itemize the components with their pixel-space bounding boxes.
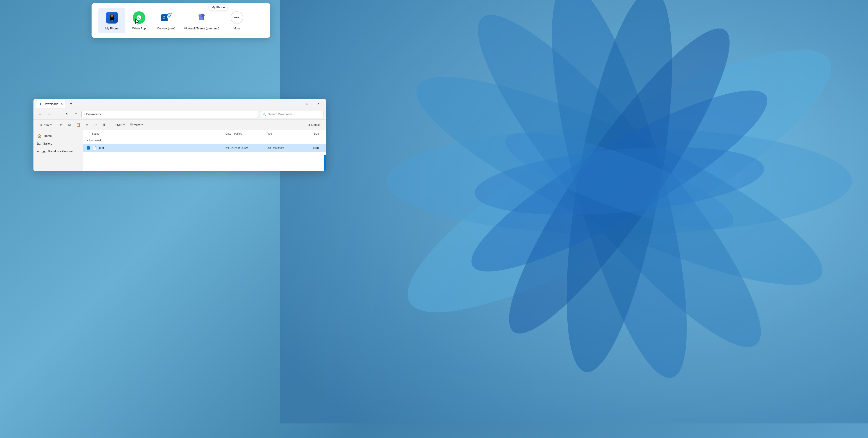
refresh-button[interactable]: ↻ [63, 111, 70, 118]
sidebar-gallery-label: Gallery [43, 142, 52, 145]
group-label-last-week: Last week [89, 139, 101, 142]
sort-label: Sort [117, 123, 123, 126]
outlook-icon: O NEW [160, 11, 173, 24]
file-icon-test: 📄 [92, 146, 97, 150]
brandon-expand-icon: ▶ [37, 150, 39, 152]
back-button[interactable]: ← [36, 111, 43, 118]
details-label: Details [311, 123, 320, 126]
myphone-icon-area: 📱 [105, 10, 119, 25]
share-button[interactable]: ↗ [92, 121, 99, 128]
desktop-swirl [280, 0, 868, 430]
header-checkbox-col [87, 132, 92, 135]
whatsapp-label: WhatsApp [132, 27, 146, 31]
sort-icon: ↕ [114, 123, 116, 127]
toolbar: ⊕ New ▾ ✂ ⧉ 📋 ✏ ↗ 🗑 ↕ Sort ▾ ☰ [33, 120, 326, 130]
details-button[interactable]: ⊟ Details [305, 121, 322, 128]
new-chevron-icon: ▾ [51, 123, 52, 126]
file-name-test: Test [98, 146, 225, 150]
search-bar[interactable]: 🔍 Search Downloads [260, 111, 323, 118]
gallery-icon: 🖼 [37, 141, 41, 145]
header-checkbox[interactable] [87, 132, 90, 135]
new-label: New [43, 123, 49, 126]
paste-button[interactable]: 📋 [74, 121, 83, 128]
share-icon: ↗ [94, 123, 97, 127]
delete-icon: 🗑 [102, 123, 106, 127]
view-chevron-icon: ▾ [142, 123, 143, 126]
sort-button[interactable]: ↕ Sort ▾ [112, 121, 127, 128]
file-row-test[interactable]: ✓ 📄 Test 2/11/2025 9:15 AM Text Document… [83, 144, 326, 152]
more-ellipsis-icon: ••• [230, 11, 243, 24]
teams-icon [195, 11, 208, 24]
window-controls: — □ ✕ [291, 100, 323, 107]
home-icon: 🏠 [37, 134, 41, 138]
file-explorer-window: ⬇ Downloads ✕ + — □ ✕ ← → [33, 99, 326, 171]
col-header-name[interactable]: Name [92, 132, 225, 135]
sidebar: 🏠 Home 🖼 Gallery ▶ ☁ Brandon - Personal [33, 130, 83, 171]
desktop [0, 0, 868, 438]
paste-icon: 📋 [76, 123, 81, 127]
group-header-last-week[interactable]: ▾ Last week [83, 137, 326, 144]
file-checkbox-test[interactable]: ✓ [87, 146, 90, 150]
sidebar-item-home[interactable]: 🏠 Home [33, 132, 83, 140]
cut-button[interactable]: ✂ [58, 121, 65, 128]
brandon-cloud-icon: ☁ [42, 149, 46, 153]
close-button[interactable]: ✕ [313, 100, 323, 107]
breadcrumb[interactable]: > Downloads [81, 111, 258, 118]
forward-button[interactable]: → [45, 111, 53, 118]
more-options-icon: … [148, 123, 151, 127]
outlook-icon-area: O NEW [159, 10, 174, 25]
tab-download-icon: ⬇ [39, 102, 42, 106]
myphone-tooltip: My Phone [209, 4, 227, 10]
more-options-button[interactable]: … [146, 121, 154, 128]
expand-button[interactable]: □ [72, 111, 80, 118]
tab-close-button[interactable]: ✕ [61, 103, 63, 106]
file-checkbox-col: ✓ [87, 146, 92, 150]
breadcrumb-path: Downloads [86, 112, 101, 116]
maximize-button[interactable]: □ [302, 100, 313, 107]
file-date-test: 2/11/2025 9:15 AM [225, 146, 266, 150]
search-icon: 🔍 [263, 112, 267, 116]
new-tab-button[interactable]: + [68, 101, 74, 107]
col-header-date[interactable]: Date modified [225, 132, 266, 135]
sidebar-item-brandon[interactable]: ▶ ☁ Brandon - Personal [33, 147, 83, 155]
col-header-size[interactable]: Size [300, 132, 322, 135]
myphone-label: My Phone [105, 27, 119, 31]
copy-icon: ⧉ [68, 123, 71, 127]
taskbar-item-outlook[interactable]: O NEW Outlook (new) [153, 8, 180, 33]
delete-button[interactable]: 🗑 [100, 121, 108, 128]
column-headers: Name Date modified Type Size [83, 130, 326, 137]
taskbar-item-myphone[interactable]: 📱 My Phone [98, 8, 125, 33]
copy-button[interactable]: ⧉ [66, 121, 73, 128]
explorer-tab[interactable]: ⬇ Downloads ✕ [36, 100, 66, 108]
title-bar-left: ⬇ Downloads ✕ + [36, 100, 291, 108]
nav-bar: ← → ↑ ↻ □ > Downloads 🔍 Search Downloads [33, 109, 326, 120]
more-icon-area: ••• [230, 10, 244, 25]
minimize-button[interactable]: — [291, 100, 302, 107]
taskbar-item-teams[interactable]: Microsoft Teams (personal) [180, 8, 223, 33]
sort-chevron-icon: ▾ [123, 123, 125, 126]
group-chevron-icon: ▾ [87, 139, 88, 142]
search-placeholder: Search Downloads [268, 112, 292, 116]
taskbar-item-more[interactable]: ••• More [223, 8, 250, 33]
view-label: View [134, 123, 141, 126]
cut-icon: ✂ [60, 123, 63, 127]
view-icon: ☰ [130, 123, 133, 127]
up-button[interactable]: ↑ [54, 111, 61, 118]
details-icon: ⊟ [307, 123, 310, 126]
title-bar: ⬇ Downloads ✕ + — □ ✕ [33, 99, 326, 109]
toolbar-sep-2 [110, 122, 110, 127]
breadcrumb-sep: > [84, 113, 85, 116]
rename-icon: ✏ [86, 123, 89, 127]
scroll-indicator[interactable] [324, 155, 326, 171]
teams-icon-area [194, 10, 209, 25]
rename-button[interactable]: ✏ [84, 121, 91, 128]
new-button[interactable]: ⊕ New ▾ [37, 121, 54, 128]
view-button[interactable]: ☰ View ▾ [128, 121, 145, 128]
col-header-type[interactable]: Type [266, 132, 300, 135]
file-size-test: 0 KB [300, 146, 322, 150]
svg-text:O: O [162, 16, 165, 19]
sidebar-item-gallery[interactable]: 🖼 Gallery [33, 140, 83, 147]
explorer-content: 🏠 Home 🖼 Gallery ▶ ☁ Brandon - Personal … [33, 130, 326, 171]
teams-label: Microsoft Teams (personal) [184, 27, 219, 31]
sidebar-home-label: Home [44, 134, 52, 138]
